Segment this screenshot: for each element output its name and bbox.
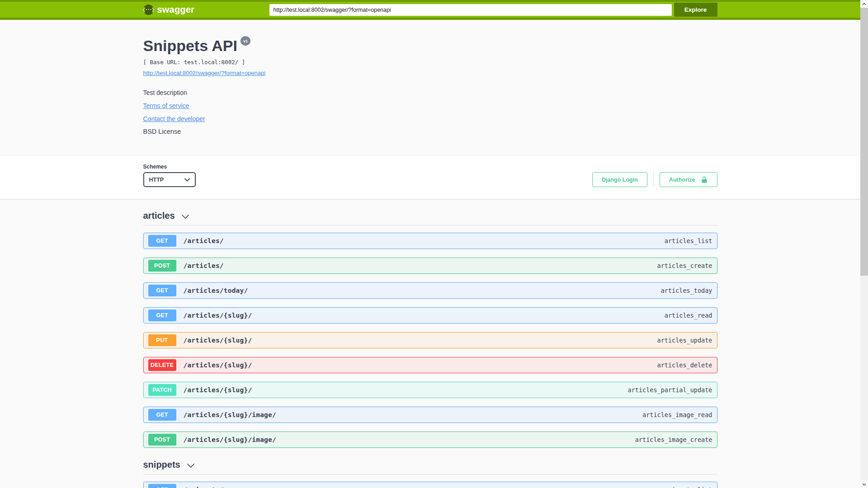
operation-path: /articles/{slug}/	[184, 361, 252, 369]
authorize-label: Authorize	[669, 177, 695, 183]
operation-id: articles_update	[657, 337, 712, 344]
auth-wrapper: Django Login Authorize	[592, 172, 717, 187]
api-title-text: Snippets API	[143, 37, 237, 55]
scheme-container: Schemes HTTP Django Login Authorize	[0, 155, 860, 199]
divider	[653, 173, 654, 187]
method-badge-delete: DELETE	[148, 359, 176, 371]
brand-link[interactable]: {···} swagger	[143, 5, 195, 15]
opblock-articles_update[interactable]: PUT/articles/{slug}/articles_update	[143, 332, 717, 348]
method-badge-get: GET	[148, 285, 176, 296]
operations-list: articlesGET/articles/articles_listPOST/a…	[143, 211, 717, 488]
opblock-articles_image_create[interactable]: POST/articles/{slug}/image/articles_imag…	[143, 432, 717, 448]
method-badge-get: GET	[148, 484, 176, 488]
api-description: Test description	[143, 89, 717, 96]
operation-path: /articles/{slug}/	[184, 386, 252, 394]
operation-path: /articles/	[184, 262, 224, 269]
operation-path: /articles/{slug}/image/	[184, 436, 276, 443]
method-badge-get: GET	[148, 310, 176, 321]
contact-developer-link[interactable]: Contact the developer	[143, 115, 205, 122]
unlocked-padlock-icon	[701, 176, 708, 183]
scroll-down-button[interactable]	[860, 480, 868, 488]
method-badge-patch: PATCH	[148, 384, 176, 396]
chevron-up-icon	[862, 3, 866, 5]
swagger-page: {···} swagger Explore Snippets API v1 [ …	[0, 0, 860, 488]
tag-title: articles	[143, 211, 175, 221]
schemes-label: Schemes	[143, 164, 196, 170]
operation-path: /articles/{slug}/	[184, 312, 252, 319]
operation-id: articles_list	[665, 237, 712, 244]
tag-section-articles: articlesGET/articles/articles_listPOST/a…	[143, 211, 717, 448]
method-badge-post: POST	[148, 434, 176, 446]
operation-path: /articles/{slug}/	[184, 337, 252, 344]
page-title: Snippets API v1	[143, 37, 717, 55]
scroll-up-button[interactable]	[860, 0, 868, 8]
chevron-down-icon	[187, 463, 195, 468]
operation-list-snippets: GET/snippets/snippets_list	[143, 482, 717, 488]
logo-braces-glyph: {···}	[142, 7, 154, 12]
license-label: BSD License	[143, 128, 717, 135]
method-badge-get: GET	[148, 235, 176, 247]
scheme-selected-value: HTTP	[149, 177, 164, 183]
opblock-snippets_list[interactable]: GET/snippets/snippets_list	[143, 482, 717, 488]
opblock-articles_read[interactable]: GET/articles/{slug}/articles_read	[143, 307, 717, 324]
operation-id: articles_image_create	[635, 436, 712, 443]
base-url-label: [ Base URL: test.local:8002/ ]	[143, 59, 717, 66]
chevron-down-icon	[181, 214, 189, 219]
operation-id: articles_read	[665, 312, 712, 319]
opblock-articles_list[interactable]: GET/articles/articles_list	[143, 233, 717, 249]
operation-id: snippets_list	[665, 486, 712, 488]
scheme-select[interactable]: HTTP	[143, 172, 196, 187]
operation-list-articles: GET/articles/articles_listPOST/articles/…	[143, 233, 717, 448]
operation-id: articles_delete	[657, 361, 712, 369]
schemes-group: Schemes HTTP	[143, 164, 196, 187]
django-login-button[interactable]: Django Login	[592, 172, 647, 187]
opblock-articles_today[interactable]: GET/articles/today/articles_today	[143, 282, 717, 299]
opblock-articles_delete[interactable]: DELETE/articles/{slug}/articles_delete	[143, 357, 717, 373]
method-badge-post: POST	[148, 260, 176, 272]
spec-url-link[interactable]: http://test.local:8002/swagger/?format=o…	[143, 70, 266, 76]
scrollbar[interactable]	[860, 0, 868, 488]
operation-path: /snippets/	[184, 486, 224, 488]
explore-form: Explore	[269, 3, 717, 17]
operation-id: articles_create	[657, 262, 712, 269]
version-badge: v1	[241, 36, 250, 46]
opblock-articles_create[interactable]: POST/articles/articles_create	[143, 258, 717, 274]
opblock-articles_partial_update[interactable]: PATCH/articles/{slug}/articles_partial_u…	[143, 382, 717, 398]
spec-url-input[interactable]	[269, 4, 672, 16]
swagger-logo-icon: {···}	[143, 5, 154, 15]
tag-header-articles[interactable]: articles	[143, 211, 717, 225]
operation-id: articles_today	[661, 287, 712, 294]
tag-header-snippets[interactable]: snippets	[143, 460, 717, 474]
terms-of-service-link[interactable]: Terms of service	[143, 102, 189, 109]
operation-id: articles_partial_update	[628, 386, 712, 394]
api-info-section: Snippets API v1 [ Base URL: test.local:8…	[143, 20, 717, 155]
tag-title: snippets	[143, 460, 180, 470]
explore-button[interactable]: Explore	[674, 3, 717, 17]
operation-id: articles_image_read	[642, 411, 712, 418]
brand-label: swagger	[157, 5, 195, 15]
chevron-down-icon	[184, 178, 190, 182]
method-badge-get: GET	[148, 409, 176, 421]
tag-section-snippets: snippetsGET/snippets/snippets_list	[143, 460, 717, 488]
operation-path: /articles/today/	[184, 287, 248, 294]
opblock-articles_image_read[interactable]: GET/articles/{slug}/image/articles_image…	[143, 407, 717, 423]
operation-path: /articles/	[184, 237, 224, 244]
chevron-down-icon	[862, 483, 866, 486]
method-badge-put: PUT	[148, 334, 176, 346]
scrollbar-thumb[interactable]	[860, 8, 868, 276]
authorize-button[interactable]: Authorize	[660, 172, 717, 187]
operation-path: /articles/{slug}/image/	[184, 411, 276, 418]
topbar: {···} swagger Explore	[0, 0, 860, 20]
